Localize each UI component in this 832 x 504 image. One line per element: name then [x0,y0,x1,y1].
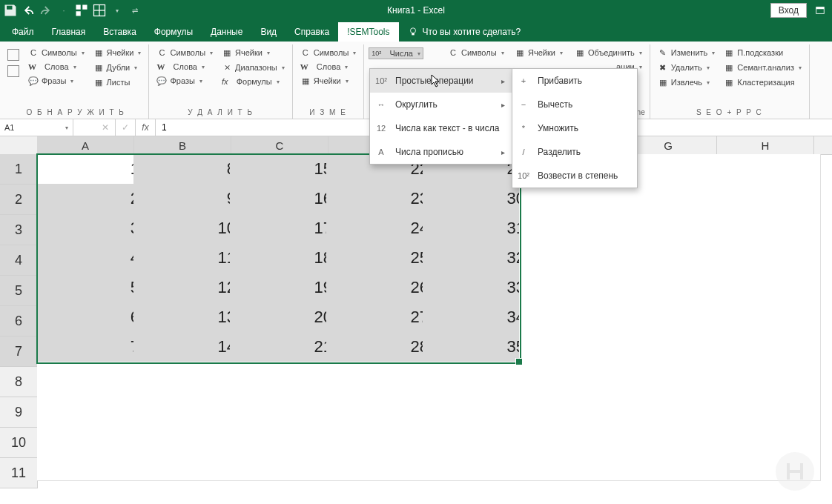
cell[interactable] [712,273,821,303]
cell[interactable]: 11 [133,243,242,273]
seo-hints-button[interactable]: ▦П.подсказки [721,46,805,59]
col-header-H[interactable]: H [717,136,814,154]
tab-semtools[interactable]: !SEMTools [338,22,398,42]
numbers-button[interactable]: 10² Числа▾ [369,47,423,59]
cell[interactable] [712,421,821,451]
cell[interactable] [615,184,724,214]
row-header-8[interactable]: 8 [0,367,37,397]
cancel-formula-icon[interactable]: ✕ [96,119,116,136]
checkbox-1[interactable] [7,49,19,61]
cell[interactable] [37,421,146,451]
cell[interactable] [37,391,146,422]
tab-view[interactable]: Вид [251,22,285,42]
cell[interactable] [326,421,435,451]
cell[interactable] [519,451,628,481]
cell[interactable]: 3 [37,213,146,244]
menu-item[interactable]: 10²Возвести в степень [512,164,637,188]
cell[interactable] [712,184,821,214]
fx-icon[interactable]: fx [136,119,156,136]
cell[interactable] [712,391,821,422]
cell[interactable] [519,243,628,273]
name-box[interactable]: A1 ▾ [0,119,73,136]
detect-dupl-button[interactable]: ▦Дубли▾ [90,61,145,74]
cell[interactable] [326,391,435,422]
menu-item[interactable]: /Разделить [512,140,637,164]
tab-file[interactable]: Файл [3,22,43,42]
seo-delete-button[interactable]: ✖Удалить▾ [655,61,719,74]
row-header-1[interactable]: 1 [0,154,37,185]
cell[interactable] [615,362,724,392]
cell[interactable] [615,332,724,362]
seo-semant-button[interactable]: ▦Семант.анализ▾ [721,61,805,74]
cell[interactable] [712,362,821,392]
behind-symbols-button[interactable]: ССимволы▾ [445,46,507,59]
behind-cells-button[interactable]: ▦Ячейки▾ [512,46,566,59]
cell[interactable]: 31 [423,213,532,244]
cell[interactable] [615,391,724,422]
tab-data[interactable]: Данные [202,22,251,42]
cell[interactable]: 34 [423,302,532,333]
cell[interactable] [519,391,628,422]
detect-cells-button[interactable]: ▦Ячейки▾ [90,46,145,59]
login-button[interactable]: Вход [770,3,807,18]
row-header-11[interactable]: 11 [0,458,37,488]
row-header-2[interactable]: 2 [0,185,37,215]
undo-icon[interactable] [21,3,36,18]
cell[interactable]: 6 [37,302,146,333]
cell[interactable] [615,302,724,333]
cell[interactable] [423,362,532,392]
cell[interactable] [230,451,339,481]
cell[interactable] [712,302,821,333]
modify-cells-button[interactable]: ▦Ячейки▾ [297,74,360,87]
tab-home[interactable]: Главная [43,22,95,42]
delete-phrases-button[interactable]: 💬Фразы▾ [153,74,216,87]
cell[interactable] [712,213,821,244]
cell[interactable] [519,302,628,333]
cell[interactable] [519,213,628,244]
delete-formulas-button[interactable]: fx Формулы▾ [219,76,288,87]
row-header-10[interactable]: 10 [0,428,37,458]
cell[interactable] [712,243,821,273]
cell[interactable] [133,391,242,422]
tab-insert[interactable]: Вставка [94,22,145,42]
col-header-B[interactable]: B [134,136,231,154]
cell[interactable]: 10 [133,213,242,244]
cell[interactable] [133,362,242,392]
row-header-9[interactable]: 9 [0,397,37,428]
checkbox-2[interactable] [7,65,19,77]
cell[interactable] [230,362,339,392]
cell[interactable] [615,421,724,451]
cell[interactable]: 5 [37,273,146,303]
cell[interactable]: 7 [37,332,146,362]
cell[interactable] [133,421,242,451]
col-header-C[interactable]: C [231,136,328,154]
cell[interactable] [37,362,146,392]
select-all-corner[interactable] [0,136,38,155]
rib-merge-button[interactable]: ▦Объединить▾ [572,46,645,59]
cell[interactable] [519,184,628,214]
seo-edit-button[interactable]: ✎Изменить▾ [655,46,719,59]
qat-btn-2-icon[interactable] [92,3,107,18]
cell[interactable]: 13 [133,302,242,333]
name-box-dropdown-icon[interactable]: ▾ [65,125,68,131]
menu-item[interactable]: 10²Простые операции▸ [370,69,512,93]
cell[interactable]: 1 [37,154,146,185]
redo-icon[interactable] [39,3,53,18]
detect-phrases-button[interactable]: 💬Фразы▾ [25,74,88,87]
cell[interactable]: 26 [326,273,435,303]
cell[interactable]: 32 [423,243,532,273]
cell[interactable]: 35 [423,332,532,362]
col-header-A[interactable]: A [37,136,134,154]
cell[interactable]: 17 [230,213,339,244]
row-header-6[interactable]: 6 [0,306,37,336]
cell[interactable] [615,213,724,244]
detect-symbols-button[interactable]: ССимволы▾ [25,46,88,59]
modify-words-button[interactable]: W Слова▾ [297,61,360,73]
menu-item[interactable]: *Умножить [512,116,637,140]
seo-cluster-button[interactable]: ▦Кластеризация [721,76,805,89]
enter-formula-icon[interactable]: ✓ [116,119,136,136]
cell[interactable] [615,451,724,481]
cell[interactable] [423,451,532,481]
delete-symbols-button[interactable]: ССимволы▾ [153,46,216,59]
tab-help[interactable]: Справка [285,22,338,42]
